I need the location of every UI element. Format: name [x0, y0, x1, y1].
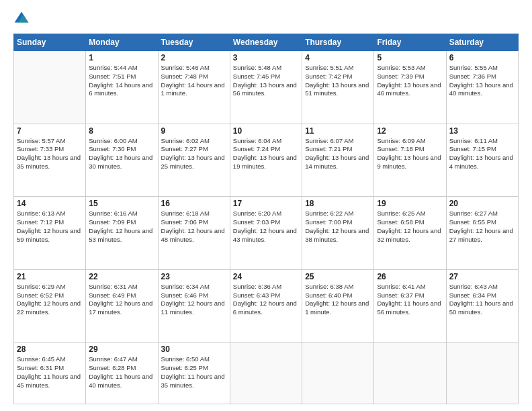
- day-number: 29: [89, 345, 154, 354]
- calendar-cell: 1 Sunrise: 5:44 AMSunset: 7:51 PMDayligh…: [86, 51, 158, 124]
- day-number: 3: [233, 53, 299, 62]
- calendar-cell: 27 Sunrise: 6:43 AMSunset: 6:34 PMDaylig…: [446, 269, 518, 342]
- week-row-5: 28 Sunrise: 6:45 AMSunset: 6:31 PMDaylig…: [14, 342, 519, 404]
- day-number: 7: [17, 126, 83, 136]
- day-number: 16: [161, 199, 227, 208]
- calendar-cell: 2 Sunrise: 5:46 AMSunset: 7:48 PMDayligh…: [158, 51, 230, 124]
- calendar-cell: 23 Sunrise: 6:34 AMSunset: 6:46 PMDaylig…: [158, 269, 230, 342]
- cell-info: Sunrise: 6:34 AMSunset: 6:46 PMDaylight:…: [161, 283, 227, 317]
- calendar-cell: 15 Sunrise: 6:16 AMSunset: 7:09 PMDaylig…: [86, 197, 158, 270]
- day-number: 2: [161, 53, 227, 62]
- day-number: 10: [233, 126, 299, 136]
- day-number: 23: [161, 272, 227, 281]
- calendar-cell: 19 Sunrise: 6:25 AMSunset: 6:58 PMDaylig…: [374, 197, 446, 270]
- weekday-monday: Monday: [86, 34, 158, 51]
- calendar-cell: 28 Sunrise: 6:45 AMSunset: 6:31 PMDaylig…: [14, 342, 86, 404]
- cell-info: Sunrise: 6:16 AMSunset: 7:09 PMDaylight:…: [89, 210, 154, 244]
- calendar-cell: 18 Sunrise: 6:22 AMSunset: 7:00 PMDaylig…: [302, 197, 374, 270]
- cell-info: Sunrise: 6:43 AMSunset: 6:34 PMDaylight:…: [449, 283, 515, 317]
- weekday-header-row: SundayMondayTuesdayWednesdayThursdayFrid…: [14, 34, 519, 51]
- header: [13, 11, 519, 27]
- weekday-friday: Friday: [374, 34, 446, 51]
- day-number: 11: [305, 126, 371, 136]
- cell-info: Sunrise: 6:13 AMSunset: 7:12 PMDaylight:…: [17, 210, 83, 244]
- calendar-table: SundayMondayTuesdayWednesdayThursdayFrid…: [13, 34, 519, 404]
- cell-info: Sunrise: 6:02 AMSunset: 7:27 PMDaylight:…: [161, 137, 227, 171]
- calendar-cell: 26 Sunrise: 6:41 AMSunset: 6:37 PMDaylig…: [374, 269, 446, 342]
- weekday-thursday: Thursday: [302, 34, 374, 51]
- logo: [13, 11, 32, 27]
- calendar-cell: 12 Sunrise: 6:09 AMSunset: 7:18 PMDaylig…: [374, 124, 446, 197]
- calendar-cell: 13 Sunrise: 6:11 AMSunset: 7:15 PMDaylig…: [446, 124, 518, 197]
- cell-info: Sunrise: 6:27 AMSunset: 6:55 PMDaylight:…: [449, 210, 515, 244]
- day-number: 30: [161, 345, 227, 354]
- weekday-sunday: Sunday: [14, 34, 86, 51]
- cell-info: Sunrise: 5:46 AMSunset: 7:48 PMDaylight:…: [161, 64, 227, 98]
- calendar-cell: 16 Sunrise: 6:18 AMSunset: 7:06 PMDaylig…: [158, 197, 230, 270]
- day-number: 27: [449, 272, 515, 281]
- week-row-2: 7 Sunrise: 5:57 AMSunset: 7:33 PMDayligh…: [14, 124, 519, 197]
- calendar-cell: 10 Sunrise: 6:04 AMSunset: 7:24 PMDaylig…: [230, 124, 302, 197]
- calendar-cell: 30 Sunrise: 6:50 AMSunset: 6:25 PMDaylig…: [158, 342, 230, 404]
- cell-info: Sunrise: 6:47 AMSunset: 6:28 PMDaylight:…: [89, 355, 154, 390]
- day-number: 15: [89, 199, 154, 208]
- cell-info: Sunrise: 5:55 AMSunset: 7:36 PMDaylight:…: [449, 64, 515, 98]
- cell-info: Sunrise: 6:38 AMSunset: 6:40 PMDaylight:…: [305, 283, 371, 317]
- day-number: 12: [377, 126, 443, 136]
- cell-info: Sunrise: 6:25 AMSunset: 6:58 PMDaylight:…: [377, 210, 443, 244]
- week-row-3: 14 Sunrise: 6:13 AMSunset: 7:12 PMDaylig…: [14, 197, 519, 270]
- day-number: 6: [449, 53, 515, 62]
- calendar-cell: 20 Sunrise: 6:27 AMSunset: 6:55 PMDaylig…: [446, 197, 518, 270]
- cell-info: Sunrise: 6:29 AMSunset: 6:52 PMDaylight:…: [17, 283, 83, 317]
- day-number: 8: [89, 126, 154, 136]
- calendar-cell: 17 Sunrise: 6:20 AMSunset: 7:03 PMDaylig…: [230, 197, 302, 270]
- day-number: 14: [17, 199, 83, 208]
- cell-info: Sunrise: 6:18 AMSunset: 7:06 PMDaylight:…: [161, 210, 227, 244]
- day-number: 25: [305, 272, 371, 281]
- day-number: 22: [89, 272, 154, 281]
- day-number: 17: [233, 199, 299, 208]
- calendar-cell: [374, 342, 446, 404]
- cell-info: Sunrise: 6:22 AMSunset: 7:00 PMDaylight:…: [305, 210, 371, 244]
- day-number: 24: [233, 272, 299, 281]
- calendar-cell: 8 Sunrise: 6:00 AMSunset: 7:30 PMDayligh…: [86, 124, 158, 197]
- day-number: 9: [161, 126, 227, 136]
- cell-info: Sunrise: 6:09 AMSunset: 7:18 PMDaylight:…: [377, 137, 443, 171]
- cell-info: Sunrise: 5:57 AMSunset: 7:33 PMDaylight:…: [17, 137, 83, 171]
- cell-info: Sunrise: 6:36 AMSunset: 6:43 PMDaylight:…: [233, 283, 299, 317]
- cell-info: Sunrise: 6:04 AMSunset: 7:24 PMDaylight:…: [233, 137, 299, 171]
- calendar-cell: 21 Sunrise: 6:29 AMSunset: 6:52 PMDaylig…: [14, 269, 86, 342]
- day-number: 5: [377, 53, 443, 62]
- cell-info: Sunrise: 6:20 AMSunset: 7:03 PMDaylight:…: [233, 210, 299, 244]
- day-number: 1: [89, 53, 154, 62]
- cell-info: Sunrise: 6:31 AMSunset: 6:49 PMDaylight:…: [89, 283, 154, 317]
- cell-info: Sunrise: 6:00 AMSunset: 7:30 PMDaylight:…: [89, 137, 154, 171]
- cell-info: Sunrise: 6:50 AMSunset: 6:25 PMDaylight:…: [161, 355, 227, 390]
- cell-info: Sunrise: 6:11 AMSunset: 7:15 PMDaylight:…: [449, 137, 515, 171]
- calendar-cell: 29 Sunrise: 6:47 AMSunset: 6:28 PMDaylig…: [86, 342, 158, 404]
- week-row-4: 21 Sunrise: 6:29 AMSunset: 6:52 PMDaylig…: [14, 269, 519, 342]
- calendar-cell: [14, 51, 86, 124]
- calendar-cell: 7 Sunrise: 5:57 AMSunset: 7:33 PMDayligh…: [14, 124, 86, 197]
- cell-info: Sunrise: 5:44 AMSunset: 7:51 PMDaylight:…: [89, 64, 154, 98]
- calendar-cell: 25 Sunrise: 6:38 AMSunset: 6:40 PMDaylig…: [302, 269, 374, 342]
- calendar-cell: 11 Sunrise: 6:07 AMSunset: 7:21 PMDaylig…: [302, 124, 374, 197]
- calendar-cell: [230, 342, 302, 404]
- calendar-cell: 9 Sunrise: 6:02 AMSunset: 7:27 PMDayligh…: [158, 124, 230, 197]
- day-number: 19: [377, 199, 443, 208]
- calendar-cell: 24 Sunrise: 6:36 AMSunset: 6:43 PMDaylig…: [230, 269, 302, 342]
- calendar-cell: 3 Sunrise: 5:48 AMSunset: 7:45 PMDayligh…: [230, 51, 302, 124]
- cell-info: Sunrise: 6:41 AMSunset: 6:37 PMDaylight:…: [377, 283, 443, 317]
- day-number: 13: [449, 126, 515, 136]
- cell-info: Sunrise: 5:53 AMSunset: 7:39 PMDaylight:…: [377, 64, 443, 98]
- weekday-saturday: Saturday: [446, 34, 518, 51]
- weekday-wednesday: Wednesday: [230, 34, 302, 51]
- day-number: 26: [377, 272, 443, 281]
- cell-info: Sunrise: 6:45 AMSunset: 6:31 PMDaylight:…: [17, 355, 83, 390]
- calendar-cell: [302, 342, 374, 404]
- day-number: 28: [17, 345, 83, 354]
- cell-info: Sunrise: 5:51 AMSunset: 7:42 PMDaylight:…: [305, 64, 371, 98]
- cell-info: Sunrise: 5:48 AMSunset: 7:45 PMDaylight:…: [233, 64, 299, 98]
- day-number: 18: [305, 199, 371, 208]
- calendar-cell: 22 Sunrise: 6:31 AMSunset: 6:49 PMDaylig…: [86, 269, 158, 342]
